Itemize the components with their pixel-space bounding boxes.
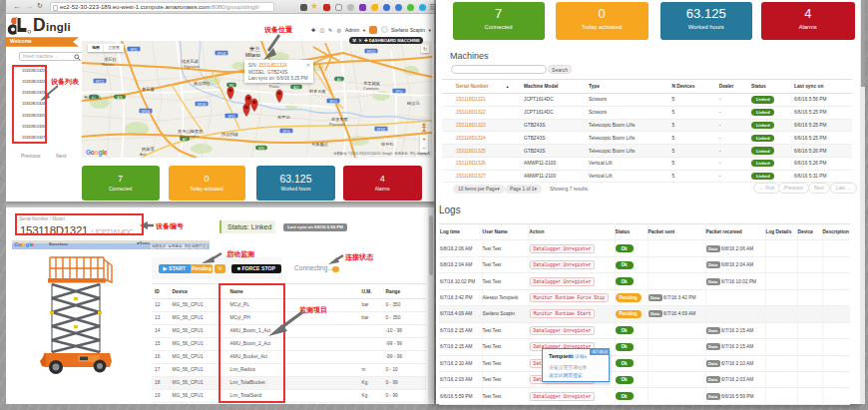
svg-text:Piacenza: Piacenza xyxy=(329,123,346,127)
svg-text:A1: A1 xyxy=(337,78,341,82)
svg-text:皮亚琴察: 皮亚琴察 xyxy=(331,117,348,122)
svg-text:SP10: SP10 xyxy=(329,100,337,104)
svg-text:菲登扎: 菲登扎 xyxy=(381,142,394,147)
svg-text:SP494: SP494 xyxy=(141,110,150,114)
svg-text:Alessandria: Alessandria xyxy=(180,135,201,139)
svg-text:SP11: SP11 xyxy=(130,48,137,52)
svg-text:Novara: Novara xyxy=(102,63,115,67)
svg-text:布罗尼: 布罗尼 xyxy=(277,115,290,120)
svg-text:SP35: SP35 xyxy=(227,115,235,119)
svg-text:SP10: SP10 xyxy=(282,130,290,134)
svg-text:基瓦索: 基瓦索 xyxy=(142,87,155,92)
svg-text:SP462: SP462 xyxy=(376,128,385,132)
svg-text:SP211: SP211 xyxy=(96,80,105,84)
svg-text:Asti: Asti xyxy=(140,153,146,157)
svg-text:SP206: SP206 xyxy=(197,103,206,107)
svg-text:Vigevano: Vigevano xyxy=(184,65,200,69)
svg-text:A26: A26 xyxy=(117,96,123,100)
svg-text:亚历山德里亚: 亚历山德里亚 xyxy=(178,129,204,134)
svg-text:科多尼奥: 科多尼奥 xyxy=(309,89,326,94)
svg-text:SP10: SP10 xyxy=(395,90,403,94)
svg-text:湖瓦拉: 湖瓦拉 xyxy=(104,57,117,62)
svg-text:地图数据 ©2016 GS(2011)6020 Google: 地图数据 ©2016 GS(2011)6020 Google 使用条款 报告地图… xyxy=(332,151,431,156)
svg-text:克雷莫纳: 克雷莫纳 xyxy=(363,81,380,86)
svg-text:托尔托纳: 托尔托纳 xyxy=(220,132,238,137)
svg-text:维杰瓦诺: 维杰瓦诺 xyxy=(182,59,200,64)
svg-text:帕尔马: 帕尔马 xyxy=(407,101,420,106)
svg-text:韦尔切利: 韦尔切利 xyxy=(83,95,101,100)
svg-text:E70: E70 xyxy=(258,147,264,151)
svg-text:Cremona: Cremona xyxy=(363,87,380,91)
svg-text:A21: A21 xyxy=(293,86,299,90)
svg-text:SP415: SP415 xyxy=(366,50,375,54)
svg-text:SP103: SP103 xyxy=(217,52,225,56)
svg-text:Pavia: Pavia xyxy=(269,85,279,89)
svg-text:莫尔塔拉: 莫尔塔拉 xyxy=(194,81,211,86)
